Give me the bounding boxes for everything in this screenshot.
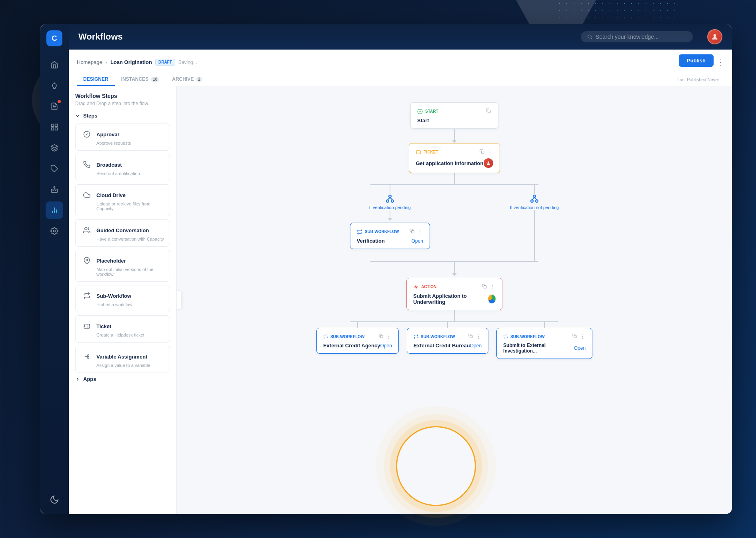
bottom-right-branch: SUB-WORKFLOW ⋮: [496, 321, 592, 359]
bottom-right-content: Submit to External Investigation...: [503, 343, 574, 354]
sidebar-item-layers[interactable]: [46, 139, 63, 157]
apps-section-header[interactable]: Apps: [75, 376, 170, 382]
svg-line-40: [534, 197, 537, 200]
notification-badge: [58, 100, 61, 103]
start-node[interactable]: START Start: [410, 102, 498, 129]
workflow-area: Homepage › Loan Origination DRAFT Saving…: [69, 50, 732, 514]
tab-designer[interactable]: DESIGNER: [77, 73, 115, 86]
ticket-node-more[interactable]: ⋮: [487, 149, 493, 156]
bottom-left-open[interactable]: Open: [380, 343, 392, 349]
bottom-center-edit[interactable]: [468, 333, 474, 340]
subworkflow-verification-node[interactable]: SUB-WORKFLOW ⋮: [350, 223, 430, 249]
steps-section-header[interactable]: Steps: [75, 113, 170, 119]
collapse-panel-button[interactable]: [177, 291, 182, 310]
step-guided-conv-name: Guided Conversation: [96, 227, 149, 233]
sidebar-nav: [46, 56, 63, 492]
verification-content: Verification: [357, 238, 385, 244]
svg-rect-6: [55, 128, 58, 130]
svg-rect-43: [380, 335, 383, 338]
subworkflow-verification-type: SUB-WORKFLOW: [365, 229, 399, 234]
step-approval[interactable]: Approval Approve requests: [75, 124, 170, 151]
svg-point-18: [588, 35, 592, 38]
app-logo[interactable]: C: [46, 30, 62, 46]
bottom-center-node[interactable]: SUB-WORKFLOW ⋮: [407, 328, 488, 354]
step-guided-conv-desc: Have a conversation with Capacity: [81, 237, 164, 241]
user-avatar[interactable]: [707, 29, 722, 44]
action-type-label: ACTION: [421, 285, 436, 289]
step-ticket[interactable]: Ticket Create a Helpdesk ticket: [75, 315, 170, 343]
branch-left-icon: [385, 194, 395, 203]
search-box[interactable]: [581, 31, 693, 42]
step-broadcast[interactable]: Broadcast Send out a notification: [75, 154, 170, 181]
approval-icon: [81, 129, 92, 140]
publish-button[interactable]: Publish: [679, 54, 714, 67]
start-content: Start: [417, 118, 429, 124]
app-title: Workflows: [78, 32, 123, 42]
breadcrumb-home[interactable]: Homepage: [77, 59, 102, 65]
bottom-right-open[interactable]: Open: [574, 345, 586, 351]
sidebar-item-puzzle[interactable]: [46, 160, 63, 177]
search-input[interactable]: [596, 34, 686, 40]
svg-point-20: [714, 34, 716, 37]
svg-point-30: [389, 195, 391, 197]
action-node-edit[interactable]: [481, 283, 488, 291]
sidebar-item-lightbulb[interactable]: [46, 77, 63, 94]
sidebar-item-grid[interactable]: [46, 118, 63, 136]
step-ticket-desc: Create a Helpdesk ticket: [81, 333, 164, 337]
start-node-copy[interactable]: [485, 108, 492, 115]
bottom-right-node[interactable]: SUB-WORKFLOW ⋮: [496, 328, 592, 359]
tab-instances[interactable]: INSTANCES 10: [115, 73, 166, 86]
steps-title: Workflow Steps: [75, 93, 170, 99]
sidebar-item-robot[interactable]: [46, 181, 63, 198]
bottom-left-type: SUB-WORKFLOW: [330, 335, 365, 339]
svg-line-39: [532, 197, 534, 200]
sidebar-item-settings[interactable]: [46, 222, 63, 240]
bottom-right-edit[interactable]: [572, 333, 578, 340]
ticket-type-label: TICKET: [424, 150, 438, 154]
sidebar-item-home[interactable]: [46, 56, 63, 74]
bottom-center-open[interactable]: Open: [470, 343, 482, 349]
guided-conv-icon: [81, 225, 92, 236]
action-node-icon: [413, 284, 419, 290]
verification-node-more[interactable]: ⋮: [417, 228, 423, 235]
tab-archive[interactable]: ARCHIVE 2: [166, 73, 209, 86]
step-sub-workflow-name: Sub-Workflow: [96, 293, 131, 299]
svg-point-23: [86, 259, 88, 261]
step-variable-assignment[interactable]: Variable Assignment Assign a value to a …: [75, 346, 170, 373]
bottom-left-edit[interactable]: [378, 333, 384, 340]
svg-point-31: [386, 200, 389, 202]
action-node[interactable]: ACTION ⋮ Submit Applicatio: [406, 278, 502, 310]
bottom-right-sw-icon: [503, 334, 508, 339]
ticket-assignee-avatar: [484, 158, 493, 168]
ticket-node[interactable]: TICKET ⋮ Get application i: [409, 143, 500, 173]
action-node-more[interactable]: ⋮: [489, 283, 496, 291]
svg-marker-7: [51, 145, 58, 148]
step-cloud-drive[interactable]: Cloud Drive Upload or retrieve files fro…: [75, 184, 170, 216]
avatar-icon: [711, 33, 719, 41]
breadcrumb: Homepage › Loan Origination DRAFT Saving…: [77, 59, 197, 66]
step-guided-conversation[interactable]: Guided Conversation Have a conversation …: [75, 219, 170, 247]
step-placeholder[interactable]: Placeholder Map out initial versions of …: [75, 250, 170, 282]
arrow-action-to-bottom: [454, 310, 455, 321]
workflow-header-top: Homepage › Loan Origination DRAFT Saving…: [77, 54, 724, 73]
more-options-button[interactable]: ⋮: [717, 58, 724, 67]
sidebar-item-chart[interactable]: [46, 201, 63, 219]
bottom-left-node[interactable]: SUB-WORKFLOW ⋮: [316, 328, 399, 354]
step-sub-workflow[interactable]: Sub-Workflow Embed a workflow: [75, 285, 170, 312]
verification-open-link[interactable]: Open: [411, 238, 423, 244]
svg-marker-41: [414, 285, 418, 289]
svg-point-37: [531, 200, 533, 202]
ticket-node-edit[interactable]: [479, 148, 485, 156]
last-published: Last Published Never: [677, 77, 724, 82]
start-play-icon: [417, 109, 423, 114]
bottom-left-sw-icon: [323, 334, 328, 339]
bottom-right-more[interactable]: ⋮: [579, 333, 586, 340]
verification-node-edit[interactable]: [409, 228, 415, 235]
steps-subtitle: Drag and Drop a step into the flow.: [75, 101, 170, 106]
sidebar-item-reports[interactable]: [46, 98, 63, 115]
bottom-left-more[interactable]: ⋮: [386, 333, 392, 340]
svg-rect-3: [52, 124, 54, 127]
header-actions: Publish ⋮: [679, 54, 724, 70]
bottom-center-more[interactable]: ⋮: [475, 333, 482, 340]
step-broadcast-desc: Send out a notification: [81, 171, 164, 176]
